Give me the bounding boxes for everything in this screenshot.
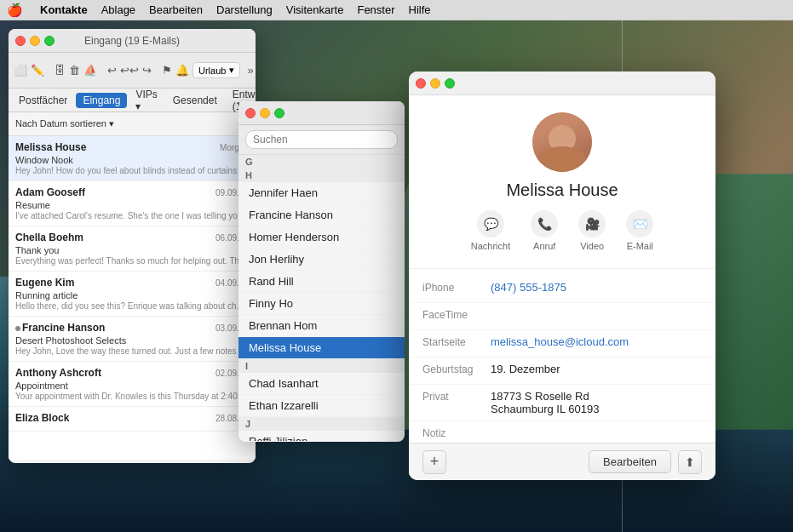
field-privat: Privat 18773 S Roselle Rd Schaumburg IL … (409, 385, 715, 421)
field-value-geburtstag: 19. Dezember (491, 363, 702, 375)
forward-icon[interactable]: ↪ (142, 60, 152, 81)
section-header-j: J (238, 417, 405, 431)
mail-item[interactable]: Francine Hanson 03.09.19 Desert Photosho… (9, 317, 256, 362)
reply-icon[interactable]: ↩ (107, 60, 117, 81)
contact-item-homer-henderson[interactable]: Homer Henderson (238, 226, 405, 249)
contact-item-chad-isanhart[interactable]: Chad Isanhart (238, 373, 405, 395)
contacts-list-window: G H Jennifer Haen Francine Hanson Homer … (238, 101, 405, 442)
contacts-scroll-area: G H Jennifer Haen Francine Hanson Homer … (238, 155, 405, 441)
detail-close-button[interactable] (416, 78, 426, 89)
more-icon[interactable]: » (247, 60, 253, 81)
action-message[interactable]: 💬 Nachricht (471, 210, 510, 251)
mail-subject: Window Nook (15, 155, 249, 165)
contact-item-ethan-izzarelli[interactable]: Ethan Izzarelli (238, 395, 405, 417)
mail-toolbar: ⬜ ✏️ 🗄 🗑 ⛵ ↩ ↩↩ ↪ ⚑ 🔔 Urlaub ▾ » (9, 53, 256, 89)
mail-tabs: Postfächer Eingang VIPs ▾ Gesendet Entwü… (9, 89, 256, 112)
footer-right-actions: Bearbeiten ⬆ (589, 450, 702, 474)
email-icon: ✉️ (626, 210, 653, 237)
share-contact-button[interactable]: ⬆ (678, 450, 702, 474)
contact-item-jon-herlihy[interactable]: Jon Herlihy (238, 249, 405, 271)
contact-detail-footer: + Bearbeiten ⬆ (409, 443, 715, 480)
mail-item[interactable]: Chella Boehm 06.09.19 Thank you Everythi… (9, 226, 256, 272)
mail-preview: Hey John, Love the way these turned out.… (15, 346, 249, 356)
contact-item-francine-hanson[interactable]: Francine Hanson (238, 204, 405, 226)
contacts-minimize-button[interactable] (260, 108, 270, 118)
tab-eingang[interactable]: Eingang (76, 93, 127, 108)
mail-item[interactable]: Anthony Ashcroft 02.09.19 Appointment Yo… (9, 362, 256, 407)
mail-preview: Hello there, did you see this? Enrique w… (15, 301, 249, 311)
field-facetime: FaceTime (409, 303, 715, 330)
contact-detail-window: Melissa House 💬 Nachricht 📞 Anruf 🎥 Vide… (409, 72, 715, 480)
contacts-search-input[interactable] (245, 130, 398, 149)
mail-item[interactable]: Melissa House Morgen Window Nook Hey Joh… (9, 136, 256, 181)
contact-item-jennifer-haen[interactable]: Jennifer Haen (238, 182, 405, 204)
contacts-maximize-button[interactable] (274, 108, 284, 118)
apple-menu[interactable]: 🍎 (7, 3, 23, 18)
action-email[interactable]: ✉️ E-Mail (626, 210, 653, 251)
contact-item-brennan-hom[interactable]: Brennan Hom (238, 315, 405, 337)
field-label-privat: Privat (422, 390, 491, 403)
action-video[interactable]: 🎥 Video (578, 210, 606, 251)
tab-postfaecher[interactable]: Postfächer (12, 93, 74, 108)
mail-item[interactable]: Adam Gooseff 09.09.19 Resume I've attach… (9, 181, 256, 226)
contact-item-rand-hill[interactable]: Rand Hill (238, 271, 405, 293)
mail-sender: Francine Hanson (15, 322, 105, 334)
field-label-notiz: Notiz (422, 426, 491, 439)
mail-preview: Everything was perfect! Thanks so much f… (15, 256, 249, 266)
section-header-i: I (238, 359, 405, 373)
tab-vips[interactable]: VIPs ▾ (129, 87, 164, 114)
notify-icon[interactable]: 🔔 (175, 60, 189, 81)
menubar-item-kontakte[interactable]: Kontakte (40, 3, 88, 16)
mail-sender: Eliza Block (15, 412, 69, 424)
desktop: Eingang (19 E-Mails) ⬜ ✏️ 🗄 🗑 ⛵ ↩ ↩↩ ↪ ⚑… (0, 20, 793, 532)
menubar-item-bearbeiten[interactable]: Bearbeiten (149, 3, 203, 16)
vacation-selector[interactable]: Urlaub ▾ (193, 62, 240, 78)
close-button[interactable] (15, 36, 26, 46)
mail-sender: Eugene Kim (15, 277, 74, 289)
menubar-item-fenster[interactable]: Fenster (357, 3, 394, 16)
detail-maximize-button[interactable] (445, 78, 455, 89)
edit-icon[interactable]: ✏️ (31, 60, 44, 81)
mail-preview: Hey John! How do you feel about blinds i… (15, 166, 249, 175)
menubar-item-ablage[interactable]: Ablage (101, 3, 135, 16)
attachment-indicator (15, 326, 20, 331)
flag-icon[interactable]: ⛵ (83, 60, 97, 81)
archive-icon[interactable]: 🗄 (55, 60, 66, 81)
tab-gesendet[interactable]: Gesendet (166, 93, 224, 108)
contact-actions: 💬 Nachricht 📞 Anruf 🎥 Video ✉️ E-Mail (471, 210, 653, 251)
contact-fields: iPhone (847) 555-1875 FaceTime Startseit… (409, 269, 715, 455)
field-geburtstag: Geburtstag 19. Dezember (409, 358, 715, 385)
mail-sort-bar: Nach Datum sortieren ▾ ⊞ (9, 112, 256, 136)
reply-all-icon[interactable]: ↩↩ (120, 60, 139, 81)
sort-label[interactable]: Nach Datum sortieren ▾ (15, 118, 114, 129)
minimize-button[interactable] (30, 36, 40, 46)
mark-icon[interactable]: ⚑ (162, 60, 172, 81)
mail-subject: Desert Photoshoot Selects (15, 335, 249, 346)
menubar-item-darstellung[interactable]: Darstellung (216, 3, 273, 16)
action-email-label: E-Mail (627, 241, 653, 251)
field-label-iphone: iPhone (422, 281, 491, 294)
field-iphone: iPhone (847) 555-1875 (409, 276, 715, 303)
menubar-item-visitenkarte[interactable]: Visitenkarte (286, 3, 344, 16)
contacts-traffic-lights (245, 108, 284, 118)
mail-item[interactable]: Eugene Kim 04.09.19 Running article Hell… (9, 272, 256, 317)
mail-subject: Appointment (15, 380, 249, 391)
edit-contact-button[interactable]: Bearbeiten (589, 450, 671, 473)
maximize-button[interactable] (44, 36, 55, 46)
contacts-close-button[interactable] (245, 108, 256, 118)
mail-list: Melissa House Morgen Window Nook Hey Joh… (9, 136, 256, 460)
action-call[interactable]: 📞 Anruf (531, 210, 558, 251)
menubar-item-hilfe[interactable]: Hilfe (409, 3, 431, 16)
contact-detail-header: Melissa House 💬 Nachricht 📞 Anruf 🎥 Vide… (409, 95, 715, 269)
detail-minimize-button[interactable] (430, 78, 440, 89)
contact-item-raffi-jilizian[interactable]: Raffi Jilizian (238, 431, 405, 441)
traffic-lights (15, 36, 55, 46)
contact-item-melissa-house[interactable]: Melissa House (238, 337, 405, 359)
field-value-iphone[interactable]: (847) 555-1875 (491, 281, 702, 294)
field-value-startseite[interactable]: melissa_house@icloud.com (491, 335, 702, 348)
delete-icon[interactable]: 🗑 (69, 60, 80, 81)
contact-item-finny-ho[interactable]: Finny Ho (238, 293, 405, 315)
add-contact-button[interactable]: + (422, 450, 446, 474)
compose-icon[interactable]: ⬜ (14, 60, 27, 81)
mail-item[interactable]: Eliza Block 28.08.19 (9, 407, 256, 432)
